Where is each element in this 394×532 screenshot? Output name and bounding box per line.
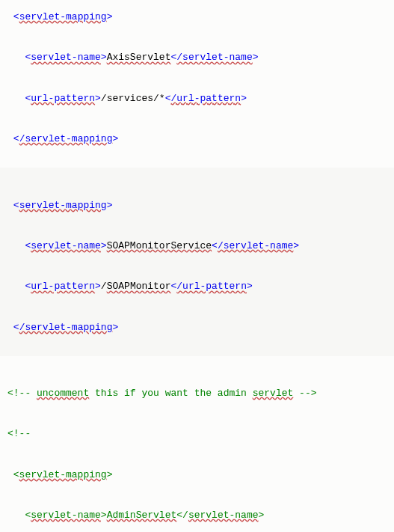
c-text: < — [7, 510, 31, 521]
comment-open: <!-- — [7, 388, 37, 399]
c-tag: servlet-name — [31, 510, 101, 521]
line-url-pattern: <url-pattern>/SOAPMonitor</url-pattern> — [7, 280, 387, 293]
angle-close: > — [253, 52, 259, 63]
blank-line — [7, 489, 387, 502]
blank-line — [7, 72, 387, 85]
tag-close-url-pattern: /url-pattern — [171, 93, 241, 104]
comment-close: --> — [293, 388, 316, 399]
angle-close: > — [247, 281, 253, 292]
angle-close: > — [112, 322, 118, 333]
line-close-servlet-mapping: </servlet-mapping> — [7, 132, 387, 146]
blank-line — [7, 260, 387, 273]
line-close-servlet-mapping: </servlet-mapping> — [7, 321, 387, 334]
angle-open: < — [165, 93, 171, 104]
c-value: AdminServlet — [107, 510, 177, 521]
line-open-servlet-mapping: <servlet-mapping> — [7, 10, 387, 24]
comment-start-text: <!-- — [7, 428, 31, 439]
blank-line — [7, 407, 387, 421]
angle-open: < — [13, 322, 19, 333]
url-pattern-value: /services/* — [101, 93, 165, 104]
line-servlet-name: <servlet-name>SOAPMonitorService</servle… — [7, 239, 387, 253]
c-tag: servlet-name — [188, 510, 259, 521]
comment-word-servlet: servlet — [253, 388, 294, 399]
angle-close: > — [107, 11, 113, 22]
tag-url-pattern: url-pattern — [31, 281, 95, 292]
blank-line — [7, 31, 387, 44]
c-text: > — [101, 510, 107, 521]
tag-close-url-pattern: /url-pattern — [176, 281, 247, 292]
code-block-2: <servlet-mapping> <servlet-name>SOAPMoni… — [0, 168, 394, 356]
servlet-name-value: AxisServlet — [107, 52, 171, 63]
angle-open: < — [212, 240, 218, 251]
c-text: > — [259, 510, 265, 521]
c-text: < — [7, 469, 19, 480]
tag-close-servlet-mapping: /servlet-mapping — [19, 322, 113, 333]
blank-line — [7, 178, 387, 192]
angle-close: > — [95, 281, 101, 292]
comment-line: <!-- uncomment this if you want the admi… — [7, 387, 387, 400]
tag-close-servlet-mapping: /servlet-mapping — [19, 133, 113, 144]
c-line-servlet-name: <servlet-name>AdminServlet</servlet-name… — [7, 509, 387, 522]
blank-line — [7, 367, 387, 380]
code-block-3: <!-- uncomment this if you want the admi… — [0, 356, 394, 532]
c-text: > — [107, 469, 113, 480]
code-block-1: <servlet-mapping> <servlet-name>AxisServ… — [0, 0, 394, 168]
blank-line — [7, 219, 387, 233]
angle-close: > — [101, 240, 107, 251]
angle-close: > — [112, 133, 118, 144]
angle-close: > — [293, 240, 299, 251]
angle-close: > — [107, 200, 113, 211]
c-tag: servlet-mapping — [19, 469, 107, 480]
tag-url-pattern: url-pattern — [31, 93, 95, 104]
tag-close-servlet-name: /servlet-name — [176, 52, 252, 63]
blank-line — [7, 300, 387, 314]
angle-close: > — [101, 52, 107, 63]
comment-word-uncomment: uncomment — [37, 388, 89, 399]
angle-close: > — [95, 93, 101, 104]
angle-close: > — [241, 93, 247, 104]
blank-line — [7, 448, 387, 462]
line-open-servlet-mapping: <servlet-mapping> — [7, 199, 387, 213]
c-text: </ — [176, 510, 188, 521]
comment-mid: this if you want the admin — [89, 388, 252, 399]
tag-servlet-name: servlet-name — [31, 240, 101, 251]
blank-line — [7, 529, 387, 532]
url-pattern-slash: / — [101, 281, 107, 292]
line-servlet-name: <servlet-name>AxisServlet</servlet-name> — [7, 51, 387, 64]
tag-servlet-mapping: servlet-mapping — [19, 11, 107, 22]
blank-line — [7, 112, 387, 126]
url-pattern-value: SOAPMonitor — [107, 281, 171, 292]
comment-start: <!-- — [7, 427, 387, 441]
tag-servlet-mapping: servlet-mapping — [19, 200, 107, 211]
c-line-open-servlet-mapping: <servlet-mapping> — [7, 468, 387, 482]
angle-open: < — [13, 11, 19, 22]
servlet-name-value: SOAPMonitorService — [107, 240, 212, 251]
line-url-pattern: <url-pattern>/services/*</url-pattern> — [7, 92, 387, 106]
tag-close-servlet-name: /servlet-name — [218, 240, 293, 251]
angle-open: < — [13, 200, 19, 211]
tag-servlet-name: servlet-name — [31, 52, 101, 63]
angle-open: < — [13, 133, 19, 144]
